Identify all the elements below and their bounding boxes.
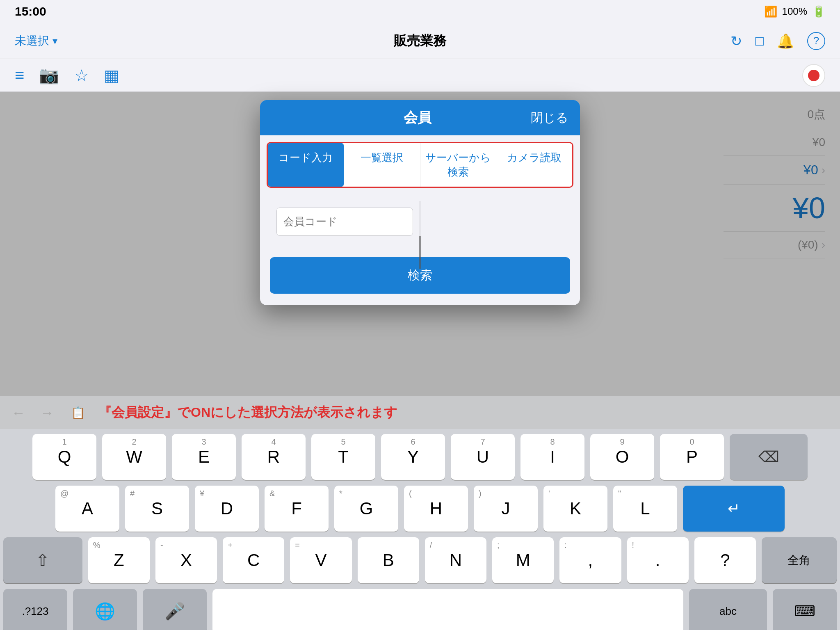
tab-list-select[interactable]: 一覧選択 [344,143,420,187]
key-F[interactable]: & F [265,486,329,532]
star-icon[interactable]: ☆ [74,66,89,85]
bell-icon[interactable]: 🔔 [777,33,794,49]
tab-server-search[interactable]: サーバーから検索 [420,143,497,187]
key-R[interactable]: 4 R [242,434,306,480]
key-delete[interactable]: ⌫ [730,434,808,480]
key-Y[interactable]: 6 Y [381,434,445,480]
key-shift[interactable]: ⇧ [3,537,82,583]
abc-label: abc [719,606,737,616]
key-B[interactable]: B [358,537,419,583]
status-right: 📶 100% 🔋 [764,5,825,18]
vertical-indicator [420,236,421,269]
key-abc[interactable]: abc [689,589,767,630]
key-A[interactable]: @ A [55,486,119,532]
modal-right-col [420,201,570,242]
modal-left-col [270,201,420,242]
zenkaku-label: 全角 [788,555,810,566]
key-U[interactable]: 7 U [451,434,515,480]
tab-list-select-label: 一覧選択 [361,151,403,164]
key-J[interactable]: ) J [474,486,538,532]
key-L[interactable]: " L [613,486,677,532]
key-K[interactable]: ' K [543,486,607,532]
wifi-icon: 📶 [764,5,777,18]
tab-bar: コード入力 一覧選択 サーバーから検索 カメラ読取 [267,142,573,188]
key-keyboard[interactable]: ⌨ [773,589,837,630]
keyboard-icon: ⌨ [794,603,815,620]
status-bar: 15:00 📶 100% 🔋 [0,0,840,23]
battery-icon: 🔋 [812,5,825,18]
nav-right: ↻ □ 🔔 ? [730,32,825,50]
nav-title: 販売業務 [394,32,446,50]
keyboard-row-1: 1 Q 2 W 3 E 4 R 5 T 6 Y [3,434,837,480]
key-N[interactable]: / N [425,537,486,583]
annotation-text: 『会員設定』でONにした選択方法が表示されます [98,404,397,422]
key-O[interactable]: 9 O [590,434,654,480]
key-space[interactable] [212,589,683,630]
key-E[interactable]: 3 E [172,434,236,480]
key-I[interactable]: 8 I [520,434,584,480]
modal-body: 検索 [260,194,580,305]
key-Q[interactable]: 1 Q [32,434,96,480]
key-W[interactable]: 2 W [102,434,166,480]
key-microphone[interactable]: 🎤 [143,589,207,630]
keyboard-bottom-row: .?123 🌐 🎤 abc ⌨ [3,589,837,630]
key-comma[interactable]: : , [559,537,621,583]
key-C[interactable]: + C [223,537,284,583]
modal-close-button[interactable]: 閉じる [531,110,568,126]
nav-left-text[interactable]: 未選択 [15,33,49,49]
redo-button[interactable]: → [37,402,57,424]
tab-server-search-label: サーバーから検索 [425,151,491,178]
battery-text: 100% [782,6,807,17]
key-S[interactable]: # S [125,486,189,532]
layout-icon[interactable]: □ [755,33,764,49]
tab-camera-label: カメラ読取 [507,151,562,164]
keyboard-row-3: ⇧ % Z - X + C = V B / N [3,537,837,583]
key-Z[interactable]: % Z [88,537,150,583]
chevron-down-icon: ▾ [52,35,57,47]
tab-camera[interactable]: カメラ読取 [496,143,572,187]
key-H[interactable]: ( H [404,486,468,532]
nav-left[interactable]: 未選択 ▾ [15,33,57,49]
key-V[interactable]: = V [290,537,352,583]
key-P[interactable]: 0 P [660,434,724,480]
globe-icon: 🌐 [95,602,115,621]
refresh-icon[interactable]: ↻ [730,33,742,49]
nav-bar: 未選択 ▾ 販売業務 ↻ □ 🔔 ? [0,23,840,59]
member-code-input[interactable] [276,208,413,236]
key-G[interactable]: * G [334,486,398,532]
undo-button[interactable]: ← [8,402,29,424]
tab-code-input-label: コード入力 [278,151,333,164]
menu-icon[interactable]: ≡ [15,66,24,84]
keyboard-rows: 1 Q 2 W 3 E 4 R 5 T 6 Y [0,429,840,630]
delete-icon: ⌫ [758,448,779,466]
key-return[interactable]: ↵ [683,486,785,532]
modal: 会員 閉じる コード入力 一覧選択 サーバーから検索 カメラ読取 [260,100,580,305]
key-question[interactable]: ? [694,537,756,583]
help-icon[interactable]: ? [807,32,825,50]
key-period[interactable]: ! . [627,537,689,583]
key-numpad[interactable]: .?123 [3,589,67,630]
status-time: 15:00 [15,5,46,18]
key-zenkaku[interactable]: 全角 [762,537,837,583]
modal-header: 会員 閉じる [260,100,580,135]
key-X[interactable]: - X [155,537,217,583]
shift-icon: ⇧ [36,551,50,570]
record-dot [808,70,819,81]
microphone-icon: 🎤 [164,602,185,621]
key-T[interactable]: 5 T [311,434,375,480]
numpad-label: .?123 [22,606,48,616]
keyboard-row-2: @ A # S ¥ D & F * G ( H [3,486,837,532]
key-globe[interactable]: 🌐 [73,589,137,630]
annotation-bar: ← → 📋 『会員設定』でONにした選択方法が表示されます [0,396,840,429]
tab-code-input[interactable]: コード入力 [268,143,344,187]
barcode-icon[interactable]: ▦ [104,66,119,85]
toolbar: ≡ 📷 ☆ ▦ [0,59,840,92]
record-button[interactable] [802,64,825,87]
camera-icon[interactable]: 📷 [39,66,59,85]
paste-button[interactable]: 📋 [66,400,90,425]
keyboard: 1 Q 2 W 3 E 4 R 5 T 6 Y [0,429,840,630]
key-D[interactable]: ¥ D [195,486,259,532]
key-M[interactable]: ; M [492,537,554,583]
modal-title: 会員 [304,108,531,127]
